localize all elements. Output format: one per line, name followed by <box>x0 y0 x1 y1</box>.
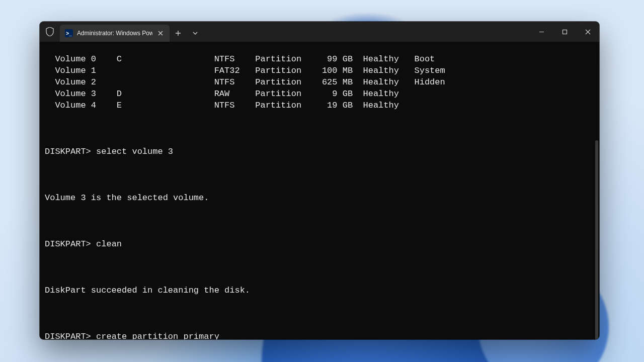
titlebar[interactable]: >_ Administrator: Windows Powe <box>40 22 599 42</box>
terminal-output[interactable]: Volume 0 C NTFS Partition 99 GB Healthy … <box>40 42 599 339</box>
tab-powershell[interactable]: >_ Administrator: Windows Powe <box>60 25 170 42</box>
volume-row: Volume 3 D RAW Partition 9 GB Healthy <box>45 88 599 100</box>
terminal-window: >_ Administrator: Windows Powe Volume 0 <box>40 22 599 339</box>
volume-row: Volume 4 E NTFS Partition 19 GB Healthy <box>45 100 599 111</box>
maximize-button[interactable] <box>553 22 576 42</box>
blank-line <box>45 215 599 227</box>
new-tab-button[interactable] <box>170 25 187 42</box>
blank-line <box>45 308 599 319</box>
volume-row: Volume 1 FAT32 Partition 100 MB Healthy … <box>45 65 599 76</box>
tab-dropdown-button[interactable] <box>187 25 204 42</box>
close-button[interactable] <box>576 22 599 42</box>
cmd-clean-line: DISKPART> clean <box>45 238 599 250</box>
volume-list: Volume 0 C NTFS Partition 99 GB Healthy … <box>45 53 599 111</box>
blank-line <box>45 261 599 273</box>
resp-select: Volume 3 is the selected volume. <box>45 192 599 204</box>
minimize-button[interactable] <box>530 22 553 42</box>
tab-title: Administrator: Windows Powe <box>77 30 152 37</box>
cmd-select-line: DISKPART> select volume 3 <box>45 146 599 157</box>
app-shield-icon <box>40 22 60 42</box>
titlebar-drag-region[interactable] <box>204 22 530 42</box>
tab-close-button[interactable] <box>156 29 165 37</box>
cmd-create-line: DISKPART> create partition primary <box>45 331 599 339</box>
scrollbar[interactable] <box>595 140 598 339</box>
blank-line <box>45 123 599 134</box>
powershell-icon: >_ <box>65 29 73 37</box>
volume-row: Volume 2 NTFS Partition 625 MB Healthy H… <box>45 76 599 88</box>
svg-rect-0 <box>562 30 567 34</box>
volume-row: Volume 0 C NTFS Partition 99 GB Healthy … <box>45 53 599 65</box>
resp-clean: DiskPart succeeded in cleaning the disk. <box>45 285 599 296</box>
blank-line <box>45 169 599 180</box>
